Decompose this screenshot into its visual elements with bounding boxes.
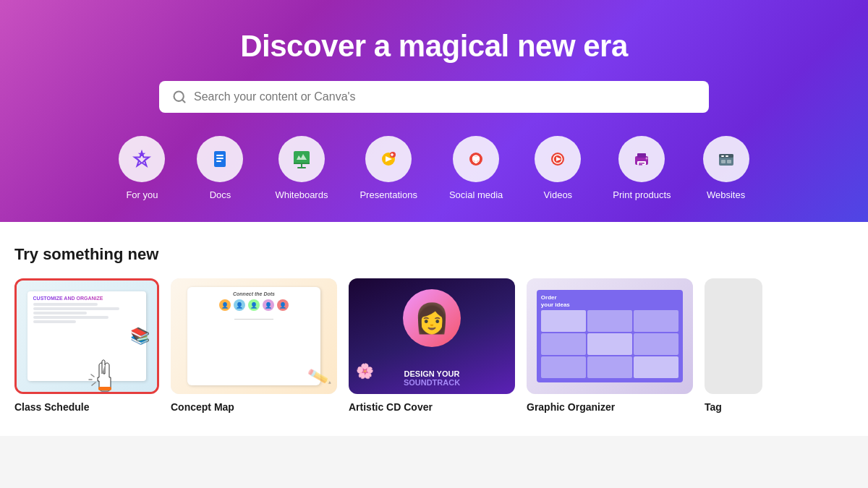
card-cd-cover-label: Artistic CD Cover — [349, 401, 515, 413]
svg-rect-28 — [727, 160, 731, 163]
hero-banner: Discover a magical new era For you — [0, 0, 868, 222]
whiteboards-icon-circle — [278, 136, 325, 182]
print-products-label: Print products — [613, 189, 671, 200]
videos-icon-circle — [535, 136, 581, 182]
category-whiteboards[interactable]: Whiteboards — [259, 136, 344, 200]
videos-label: Videos — [544, 189, 573, 200]
social-media-icon-circle — [453, 136, 499, 182]
cards-row: Customize and Organize 📚 — [14, 278, 854, 413]
search-icon — [172, 90, 187, 104]
card-concept-map-image: Connect the Dots 👤 👤 👤 👤 👤 ————————— ✏️ — [171, 278, 337, 394]
category-social-media[interactable]: Social media — [433, 136, 519, 200]
presentations-label: Presentations — [359, 189, 417, 200]
svg-rect-26 — [726, 155, 728, 157]
search-bar[interactable] — [159, 81, 709, 113]
presentations-icon-circle — [365, 136, 412, 182]
main-content: Try something new Customize and Organize — [0, 222, 868, 436]
svg-rect-20 — [639, 163, 644, 164]
card-graphic-organizer-label: Graphic Organizer — [527, 401, 693, 413]
card-graphic-organizer[interactable]: Orderyour ideas — [527, 278, 693, 413]
docs-icon-circle — [197, 136, 243, 182]
category-websites[interactable]: Websites — [687, 136, 765, 200]
svg-rect-4 — [216, 155, 224, 156]
svg-rect-21 — [639, 164, 642, 166]
card-graphic-organizer-preview: Orderyour ideas — [527, 278, 693, 394]
docs-label: Docs — [210, 189, 231, 200]
for-you-label: For you — [126, 189, 158, 200]
svg-line-1 — [182, 100, 185, 103]
svg-rect-27 — [721, 160, 726, 163]
category-for-you[interactable]: For you — [103, 136, 181, 200]
card-artistic-cd-cover[interactable]: 👩 DESIGN YOUR SOUNDTRACK 🌸 Artistic CD C… — [349, 278, 515, 413]
categories-row: For you Docs — [14, 136, 854, 200]
svg-rect-5 — [216, 158, 224, 159]
category-presentations[interactable]: Presentations — [344, 136, 433, 200]
websites-icon-circle — [703, 136, 749, 182]
category-docs[interactable]: Docs — [181, 136, 259, 200]
category-print-products[interactable]: Print products — [597, 136, 686, 200]
card-tag[interactable]: Tag — [705, 278, 762, 413]
card-cd-cover-image: 👩 DESIGN YOUR SOUNDTRACK 🌸 — [349, 278, 515, 394]
websites-label: Websites — [707, 189, 745, 200]
svg-rect-18 — [637, 153, 646, 158]
card-class-schedule[interactable]: Customize and Organize 📚 — [14, 278, 159, 413]
card-class-schedule-image: Customize and Organize 📚 — [14, 278, 159, 394]
search-input[interactable] — [194, 90, 696, 103]
whiteboards-label: Whiteboards — [275, 189, 328, 200]
card-graphic-organizer-image: Orderyour ideas — [527, 278, 693, 394]
svg-rect-25 — [721, 155, 724, 157]
for-you-icon-circle — [119, 136, 165, 182]
svg-point-22 — [646, 158, 648, 160]
card-tag-label: Tag — [705, 401, 762, 413]
social-media-label: Social media — [449, 189, 503, 200]
card-concept-map[interactable]: Connect the Dots 👤 👤 👤 👤 👤 ————————— ✏️ — [171, 278, 337, 413]
section-title: Try something new — [14, 245, 854, 264]
category-videos[interactable]: Videos — [519, 136, 597, 200]
hero-title: Discover a magical new era — [14, 29, 854, 64]
print-products-icon-circle — [618, 136, 665, 182]
card-concept-map-label: Concept Map — [171, 401, 337, 413]
svg-rect-6 — [216, 160, 221, 162]
card-cd-cover-preview: 👩 DESIGN YOUR SOUNDTRACK 🌸 — [349, 278, 515, 394]
card-concept-map-preview: Connect the Dots 👤 👤 👤 👤 👤 ————————— ✏️ — [171, 278, 337, 394]
card-class-schedule-preview: Customize and Organize 📚 — [17, 281, 157, 392]
card-class-schedule-label: Class Schedule — [14, 401, 159, 413]
card-tag-image — [705, 278, 762, 394]
svg-rect-8 — [294, 163, 310, 164]
